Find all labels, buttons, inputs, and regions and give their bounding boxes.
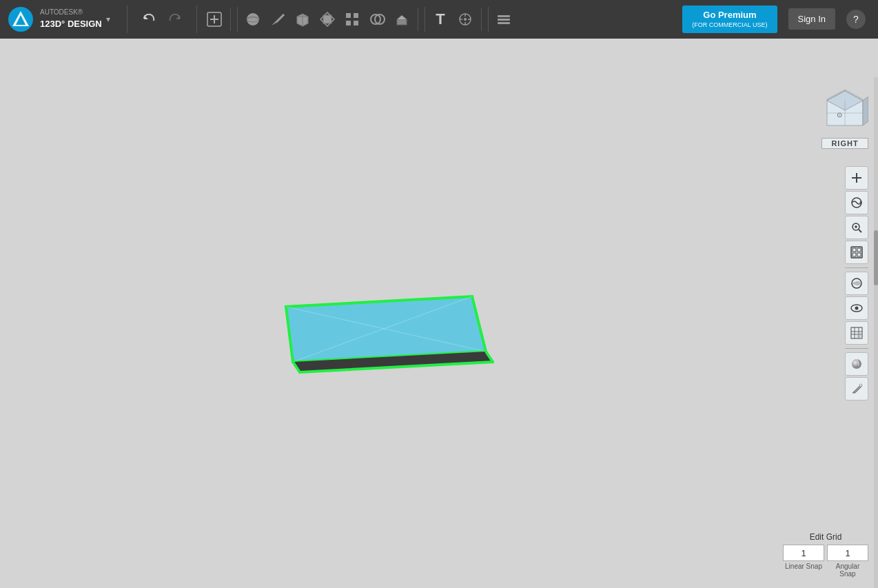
svg-rect-58 [857, 333, 862, 338]
grid-button[interactable] [845, 321, 868, 345]
box-tool[interactable] [291, 8, 314, 31]
canvas-area[interactable]: ⊙ RIGHT [0, 39, 878, 588]
svg-text:⊙: ⊙ [837, 111, 842, 119]
layers-group [492, 8, 520, 31]
sketch-mode-button[interactable] [845, 377, 868, 401]
divider-5 [488, 7, 489, 32]
zoom-out-button[interactable] [845, 241, 868, 264]
svg-rect-47 [857, 248, 861, 252]
material-button[interactable] [845, 352, 868, 376]
view-toggle-button[interactable] [845, 296, 868, 320]
divider-4 [425, 7, 425, 32]
view-cube-svg[interactable]: ⊙ [821, 87, 868, 134]
logo-text: AUTODESK® 123D° DESIGN [40, 8, 102, 30]
signin-button[interactable]: Sign In [788, 8, 835, 30]
transform-tool[interactable] [316, 8, 339, 31]
shapes-group [241, 8, 418, 31]
pattern-tool[interactable] [340, 8, 364, 31]
scrollbar-thumb[interactable] [874, 230, 878, 285]
combine-tool[interactable] [365, 8, 389, 31]
svg-rect-48 [853, 253, 856, 256]
divider-2 [196, 6, 197, 33]
svg-rect-17 [354, 21, 358, 26]
svg-rect-49 [857, 253, 861, 256]
view-cube-label: RIGHT [821, 138, 868, 149]
svg-rect-14 [346, 13, 351, 18]
zoom-button[interactable] [845, 216, 868, 239]
premium-button[interactable]: Go Premium (FOR COMMERCIAL USE) [682, 6, 777, 34]
right-controls [845, 166, 868, 401]
redo-button[interactable] [163, 7, 188, 32]
layers-tool[interactable] [492, 8, 515, 31]
edit-grid-title: Edit Grid [783, 532, 868, 542]
3d-object[interactable] [280, 272, 494, 396]
edit-grid-panel: Edit Grid Linear Snap Angular Snap [783, 532, 868, 578]
tool-groups: T [200, 7, 682, 32]
svg-rect-28 [498, 15, 510, 17]
sketch-tool[interactable] [266, 8, 289, 31]
svg-rect-16 [346, 21, 351, 26]
grid-field-labels: Linear Snap Angular Snap [783, 562, 868, 578]
right-scrollbar[interactable] [874, 77, 878, 588]
3d-box-svg [280, 272, 494, 393]
svg-point-8 [247, 13, 259, 26]
dropdown-icon[interactable]: ▾ [106, 14, 110, 24]
svg-rect-30 [498, 22, 510, 24]
toolbar: AUTODESK® 123D° DESIGN ▾ [0, 0, 878, 39]
svg-point-52 [855, 307, 859, 310]
extrude-tool[interactable] [390, 8, 414, 31]
autodesk-logo-icon [7, 6, 34, 33]
svg-line-42 [859, 230, 861, 232]
view-cube-container[interactable]: ⊙ RIGHT [821, 87, 868, 149]
angular-snap-label: Angular Snap [827, 562, 868, 578]
svg-point-59 [852, 359, 861, 369]
text-tool[interactable]: T [429, 8, 452, 31]
angular-snap-input[interactable] [827, 545, 868, 561]
fit-all-button[interactable] [845, 166, 868, 190]
text-group: T [429, 8, 482, 31]
snap-tool[interactable] [453, 8, 477, 31]
svg-point-61 [859, 384, 862, 387]
svg-rect-46 [853, 248, 856, 252]
undo-redo-group [130, 7, 194, 32]
toolbar-right: Go Premium (FOR COMMERCIAL USE) Sign In … [682, 6, 878, 34]
divider-3 [237, 7, 238, 32]
orbit-button[interactable] [845, 191, 868, 214]
help-button[interactable]: ? [846, 10, 866, 29]
linear-snap-input[interactable] [783, 545, 824, 561]
new-object-tool[interactable] [203, 8, 226, 31]
right-separator-1 [845, 267, 868, 268]
grid-inputs [783, 545, 868, 561]
svg-point-23 [464, 18, 467, 21]
svg-rect-29 [498, 19, 510, 21]
undo-button[interactable] [136, 7, 161, 32]
logo-area[interactable]: AUTODESK® 123D° DESIGN ▾ [0, 6, 124, 33]
new-object-group [203, 8, 231, 31]
right-separator-2 [845, 348, 868, 349]
perspective-button[interactable] [845, 272, 868, 295]
toolbar-divider [127, 6, 127, 33]
svg-rect-20 [397, 19, 407, 25]
linear-snap-label: Linear Snap [783, 562, 824, 578]
svg-rect-15 [354, 13, 358, 18]
sphere-tool[interactable] [241, 8, 265, 31]
svg-rect-13 [323, 15, 331, 23]
